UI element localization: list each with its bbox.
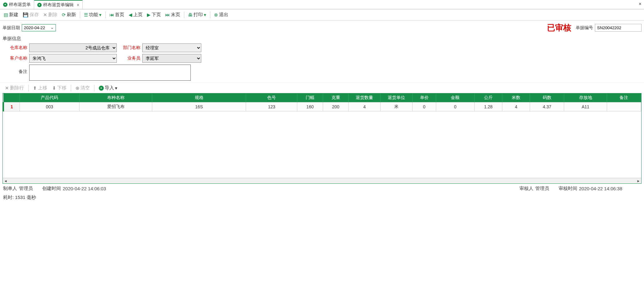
tab-return-order[interactable]: ✦ 样布退货单 bbox=[0, 0, 34, 9]
section-title: 单据信息 bbox=[0, 35, 644, 43]
dept-select[interactable]: 经理室 bbox=[142, 43, 201, 52]
col-location[interactable]: 存放地 bbox=[564, 93, 607, 102]
cell-spec[interactable]: 16S bbox=[152, 102, 246, 111]
auditor-label: 审核人 bbox=[519, 186, 533, 192]
elapsed-value: 1531 毫秒 bbox=[15, 195, 36, 200]
new-button[interactable]: ▤ 新建 bbox=[2, 11, 20, 19]
maker-value: 管理员 bbox=[19, 186, 33, 192]
col-remark[interactable]: 备注 bbox=[607, 93, 641, 102]
audit-time-label: 审核时间 bbox=[559, 186, 577, 192]
delete-row-button[interactable]: ✕ 删除行 bbox=[3, 84, 26, 92]
col-kg[interactable]: 公斤 bbox=[474, 93, 502, 102]
separator bbox=[184, 11, 184, 18]
col-width[interactable]: 门幅 bbox=[297, 93, 323, 102]
scroll-right-icon[interactable]: ► bbox=[636, 179, 641, 183]
audit-time-value: 2020-04-22 14:06:38 bbox=[579, 186, 622, 191]
chevron-down-icon: ▾ bbox=[204, 12, 206, 18]
refresh-button[interactable]: ⟳ 刷新 bbox=[60, 11, 78, 19]
delete-icon: ✕ bbox=[43, 12, 47, 18]
col-spec[interactable]: 规格 bbox=[152, 93, 246, 102]
close-icon[interactable]: × bbox=[77, 2, 79, 7]
up-icon: ⬆ bbox=[33, 85, 37, 91]
col-return-unit[interactable]: 退货单位 bbox=[381, 93, 413, 102]
prev-page-button[interactable]: ◀ 上页 bbox=[127, 11, 144, 19]
customer-select[interactable]: 朱鸿飞 bbox=[29, 54, 117, 63]
cell-kg[interactable]: 1.28 bbox=[474, 102, 502, 111]
prev-icon: ◀ bbox=[129, 12, 132, 18]
warehouse-select[interactable]: 2号成品仓库 bbox=[29, 43, 117, 52]
list-icon: ☰ bbox=[84, 12, 88, 18]
import-button[interactable]: ✦ 导入 ▾ bbox=[97, 84, 119, 92]
horizontal-scrollbar[interactable]: ◄ ► bbox=[3, 178, 641, 183]
date-label: 单据日期 bbox=[2, 25, 20, 31]
warehouse-label: 仓库名称 bbox=[6, 45, 27, 51]
chevron-down-icon: ▾ bbox=[115, 85, 117, 91]
refresh-icon: ⟳ bbox=[62, 12, 66, 18]
cell-weight[interactable]: 200 bbox=[323, 102, 348, 111]
cell-return-unit[interactable]: 米 bbox=[381, 102, 413, 111]
col-weight[interactable]: 克重 bbox=[323, 93, 348, 102]
next-page-button[interactable]: ▶ 下页 bbox=[145, 11, 163, 19]
cell-yards[interactable]: 4.37 bbox=[530, 102, 564, 111]
delete-button[interactable]: ✕ 删除 bbox=[41, 11, 59, 19]
col-yards[interactable]: 码数 bbox=[530, 93, 564, 102]
tab-label: 样布退货单 bbox=[9, 2, 31, 7]
col-meters[interactable]: 米数 bbox=[502, 93, 530, 102]
move-up-button[interactable]: ⬆ 上移 bbox=[31, 84, 49, 92]
customer-label: 客户名称 bbox=[6, 56, 27, 61]
clear-icon: ⊗ bbox=[75, 85, 80, 91]
main-toolbar: ▤ 新建 💾 保存 ✕ 删除 ⟳ 刷新 ☰ 功能 ▾ ⏮ 首页 ◀ 上页 ▶ 下… bbox=[0, 9, 644, 20]
cell-color[interactable]: 123 bbox=[246, 102, 297, 111]
last-page-button[interactable]: ⏭ 末页 bbox=[163, 11, 182, 19]
tab-return-order-edit[interactable]: ✦ 样布退货单编辑 × bbox=[34, 0, 83, 9]
scroll-left-icon[interactable]: ◄ bbox=[3, 179, 8, 183]
remark-textarea[interactable] bbox=[29, 65, 191, 81]
cell-product-code[interactable]: 003 bbox=[20, 102, 79, 111]
move-down-button[interactable]: ⬇ 下移 bbox=[50, 84, 68, 92]
functions-button[interactable]: ☰ 功能 ▾ bbox=[82, 11, 103, 19]
salesman-select[interactable]: 李延军 bbox=[142, 54, 201, 63]
separator bbox=[210, 11, 210, 18]
globe-icon: ✦ bbox=[99, 86, 104, 91]
col-fabric-name[interactable]: 布种名称 bbox=[80, 93, 152, 102]
col-color[interactable]: 色号 bbox=[246, 93, 297, 102]
col-return-qty[interactable]: 退货数量 bbox=[349, 93, 381, 102]
save-icon: 💾 bbox=[23, 12, 29, 18]
globe-icon: ✦ bbox=[37, 3, 42, 7]
cell-width[interactable]: 160 bbox=[297, 102, 323, 111]
tab-bar: ✦ 样布退货单 ✦ 样布退货单编辑 × × bbox=[0, 0, 644, 9]
table-row[interactable]: 1 003 爱招飞布 16S 123 160 200 4 米 0 0 1.28 … bbox=[3, 102, 641, 111]
grid-header-row: 产品代码 布种名称 规格 色号 门幅 克重 退货数量 退货单位 单价 金额 公斤… bbox=[3, 93, 641, 102]
cell-price[interactable]: 0 bbox=[413, 102, 436, 111]
cell-amount[interactable]: 0 bbox=[436, 102, 475, 111]
cell-return-qty[interactable]: 4 bbox=[349, 102, 381, 111]
scroll-track[interactable] bbox=[8, 178, 636, 183]
cell-fabric-name[interactable]: 爱招飞布 bbox=[80, 102, 152, 111]
first-page-button[interactable]: ⏮ 首页 bbox=[107, 11, 126, 19]
salesman-label: 业务员 bbox=[119, 56, 140, 61]
save-button[interactable]: 💾 保存 bbox=[21, 11, 41, 19]
doc-no-input[interactable] bbox=[595, 24, 642, 32]
globe-icon: ✦ bbox=[3, 2, 7, 7]
exit-button[interactable]: ⊗ 退出 bbox=[212, 11, 230, 19]
separator bbox=[105, 11, 106, 18]
footer-bar: 制单人 管理员 创建时间 2020-04-22 14:06:03 审核人 管理员… bbox=[0, 184, 644, 193]
print-button[interactable]: 🖶 打印 ▾ bbox=[186, 11, 208, 19]
date-input[interactable] bbox=[22, 24, 56, 31]
create-time-value: 2020-04-22 14:06:03 bbox=[63, 186, 106, 191]
cell-meters[interactable]: 4 bbox=[502, 102, 530, 111]
grid-container: 产品代码 布种名称 规格 色号 门幅 克重 退货数量 退货单位 单价 金额 公斤… bbox=[2, 93, 642, 184]
cell-remark[interactable] bbox=[607, 102, 641, 111]
data-grid[interactable]: 产品代码 布种名称 规格 色号 门幅 克重 退货数量 退货单位 单价 金额 公斤… bbox=[3, 93, 641, 111]
dept-label: 部门名称 bbox=[119, 45, 140, 51]
row-number: 1 bbox=[3, 102, 20, 111]
clear-button[interactable]: ⊗ 清空 bbox=[74, 84, 92, 92]
col-amount[interactable]: 金额 bbox=[436, 93, 475, 102]
cell-location[interactable]: A11 bbox=[564, 102, 607, 111]
print-icon: 🖶 bbox=[188, 12, 193, 17]
close-all-icon[interactable]: × bbox=[639, 1, 642, 7]
col-price[interactable]: 单价 bbox=[413, 93, 436, 102]
maker-label: 制单人 bbox=[3, 186, 17, 192]
separator bbox=[80, 11, 80, 18]
col-product-code[interactable]: 产品代码 bbox=[20, 93, 79, 102]
